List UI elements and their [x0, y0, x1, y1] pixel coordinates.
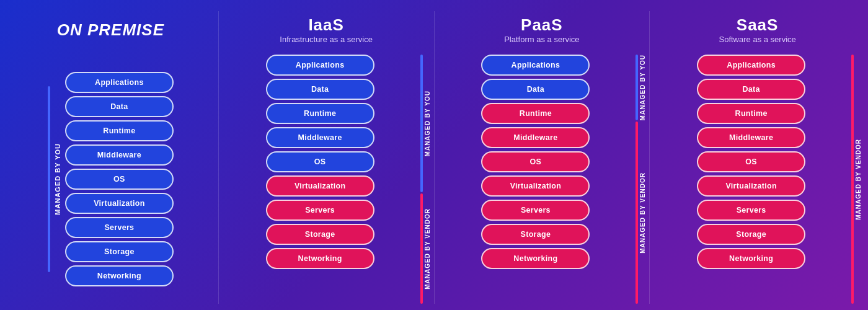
iaas-pill-networking: Networking [266, 248, 374, 269]
saas-pill-runtime: Runtime [697, 103, 805, 124]
column-header-paas: PaaS Platform as a service [504, 11, 579, 48]
paas-bar-vendor [636, 122, 638, 304]
iaas-bar-vendor [420, 193, 423, 304]
pill-networking: Networking [65, 265, 174, 286]
paas-pill-middleware: Middleware [481, 127, 590, 148]
paas-label-managed-you: Managed By You [639, 55, 646, 120]
paas-pill-virtualization: Virtualization [481, 175, 590, 197]
iaas-pill-virtualization: Virtualization [266, 175, 374, 197]
divider-3 [649, 11, 650, 304]
iaas-pill-middleware: Middleware [266, 127, 374, 148]
pill-applications: Applications [65, 72, 174, 93]
iaas-right-labels: Managed By You Managed By Vendor [420, 55, 431, 304]
paas-sections: Applications Data Runtime Middleware OS … [438, 55, 647, 304]
iaas-pill-storage: Storage [266, 224, 374, 245]
saas-pill-os: OS [697, 151, 805, 172]
saas-bar-vendor [851, 55, 854, 304]
column-on-premise: ON PREMISE Managed By You Applications D… [6, 11, 215, 304]
iaas-top-label-group: Managed By You [420, 55, 431, 192]
column-title-iaas: IaaS [280, 16, 373, 35]
column-title-paas: PaaS [504, 16, 579, 35]
saas-sections: Applications Data Runtime Middleware OS … [653, 55, 862, 304]
column-header-on-premise: ON PREMISE [57, 11, 164, 48]
pill-virtualization: Virtualization [65, 193, 174, 214]
column-subtitle-paas: Platform as a service [504, 35, 579, 44]
saas-right-labels: Managed By Vendor [851, 55, 862, 304]
iaas-bar-you [420, 55, 423, 192]
column-subtitle-iaas: Infrastructure as a service [280, 35, 373, 44]
pill-middleware: Middleware [65, 144, 174, 166]
paas-right-labels: Managed By You Managed By Vendor [636, 55, 646, 304]
paas-pill-os: OS [481, 151, 590, 172]
paas-top-label-group: Managed By You [636, 55, 646, 120]
iaas-pill-os: OS [266, 151, 374, 172]
paas-pill-runtime: Runtime [481, 103, 590, 124]
saas-pill-servers: Servers [697, 200, 805, 221]
column-paas: PaaS Platform as a service Applications … [438, 11, 647, 304]
on-premise-bar [48, 86, 50, 272]
paas-pill-storage: Storage [481, 224, 590, 245]
saas-pill-networking: Networking [697, 248, 805, 269]
column-header-saas: SaaS Software as a service [719, 11, 795, 48]
saas-label-managed-vendor: Managed By Vendor [855, 139, 862, 220]
pill-storage: Storage [65, 241, 174, 262]
paas-pill-networking: Networking [481, 248, 590, 269]
column-header-iaas: IaaS Infrastructure as a service [280, 11, 373, 48]
iaas-pill-applications: Applications [266, 55, 374, 76]
paas-bar-you [636, 55, 638, 120]
paas-pill-data: Data [481, 79, 590, 100]
iaas-pill-data: Data [266, 79, 374, 100]
saas-pill-storage: Storage [697, 224, 805, 245]
column-saas: SaaS Software as a service Applications … [653, 11, 862, 304]
paas-bottom-label-group: Managed By Vendor [636, 122, 646, 304]
on-premise-wrapper: Managed By You Applications Data Runtime… [48, 55, 174, 304]
on-premise-pills: Applications Data Runtime Middleware OS … [65, 72, 174, 286]
saas-pill-data: Data [697, 79, 805, 100]
iaas-pills: Applications Data Runtime Middleware OS … [222, 55, 418, 304]
on-premise-left-label-container [48, 86, 50, 272]
pill-runtime: Runtime [65, 120, 174, 141]
saas-pills: Applications Data Runtime Middleware OS … [653, 55, 849, 304]
column-title-on-premise: ON PREMISE [57, 20, 164, 40]
iaas-label-managed-you: Managed By You [424, 91, 431, 156]
iaas-pill-runtime: Runtime [266, 103, 374, 124]
paas-pills: Applications Data Runtime Middleware OS … [438, 55, 634, 304]
saas-pill-virtualization: Virtualization [697, 175, 805, 197]
divider-1 [218, 11, 219, 304]
pill-data: Data [65, 96, 174, 117]
iaas-pill-servers: Servers [266, 200, 374, 221]
on-premise-managed-label: Managed By You [54, 143, 61, 215]
iaas-bottom-label-group: Managed By Vendor [420, 193, 431, 304]
paas-pill-applications: Applications [481, 55, 590, 76]
paas-pill-servers: Servers [481, 200, 590, 221]
column-title-saas: SaaS [719, 16, 795, 35]
column-subtitle-saas: Software as a service [719, 35, 795, 44]
pill-os: OS [65, 169, 174, 190]
iaas-label-managed-vendor: Managed By Vendor [424, 208, 431, 290]
paas-label-managed-vendor: Managed By Vendor [639, 172, 646, 254]
pill-servers: Servers [65, 217, 174, 238]
saas-pill-middleware: Middleware [697, 127, 805, 148]
iaas-sections: Applications Data Runtime Middleware OS … [222, 55, 431, 304]
column-iaas: IaaS Infrastructure as a service Applica… [222, 11, 431, 304]
divider-2 [434, 11, 435, 304]
saas-pill-applications: Applications [697, 55, 805, 76]
main-container: ON PREMISE Managed By You Applications D… [0, 0, 868, 310]
